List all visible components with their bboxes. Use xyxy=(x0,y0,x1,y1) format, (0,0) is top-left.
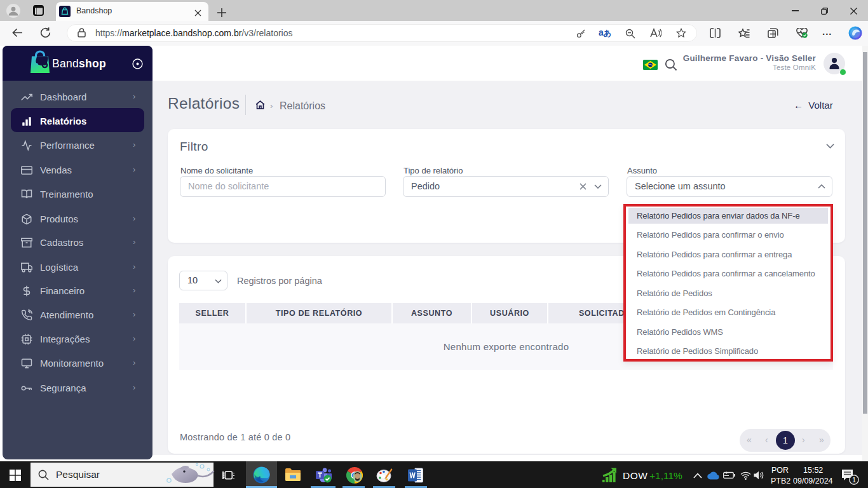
svg-text:1: 1 xyxy=(852,476,856,484)
